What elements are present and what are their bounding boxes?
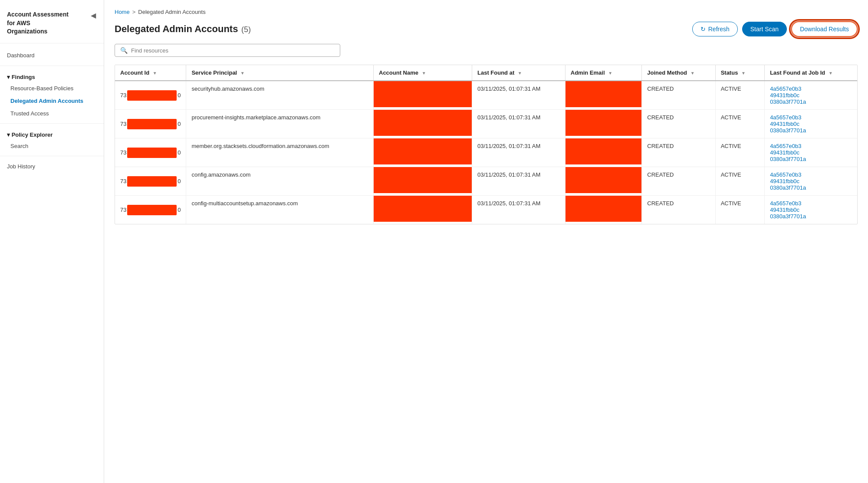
table-row: 73 0 member.org.stacksets.cloudformation… <box>115 138 857 167</box>
col-header-last-found-at[interactable]: Last Found at ▼ <box>472 65 566 81</box>
sort-icon-service-principal: ▼ <box>240 71 245 76</box>
col-header-status[interactable]: Status ▼ <box>715 65 765 81</box>
admin-email-redacted <box>566 81 642 107</box>
cell-job-id: 4a5657e0b349431fbb0c0380a3f7701a <box>765 196 857 224</box>
main-content: Home > Delegated Admin Accounts Delegate… <box>104 0 868 483</box>
admin-email-redacted <box>566 110 642 136</box>
page-title-area: Delegated Admin Accounts (5) <box>115 23 251 35</box>
account-id-prefix: 73 <box>120 149 126 156</box>
col-header-service-principal[interactable]: Service Principal ▼ <box>186 65 374 81</box>
sort-icon-status: ▼ <box>741 71 746 76</box>
search-bar: 🔍 <box>115 44 340 57</box>
job-id-link[interactable]: 4a5657e0b349431fbb0c0380a3f7701a <box>770 200 806 220</box>
cell-service-principal: procurement-insights.marketplace.amazona… <box>186 110 374 138</box>
cell-account-id: 73 0 <box>115 110 186 138</box>
col-header-account-id[interactable]: Account Id ▼ <box>115 65 186 81</box>
breadcrumb-home-link[interactable]: Home <box>115 9 130 15</box>
account-id-redacted <box>127 90 177 101</box>
job-id-link[interactable]: 4a5657e0b349431fbb0c0380a3f7701a <box>770 171 806 191</box>
job-id-link[interactable]: 4a5657e0b349431fbb0c0380a3f7701a <box>770 114 806 134</box>
cell-admin-email <box>565 110 642 138</box>
search-bar-wrapper: 🔍 <box>115 44 858 57</box>
sidebar-item-search[interactable]: Search <box>0 140 104 152</box>
sort-icon-job-id: ▼ <box>829 71 833 76</box>
job-id-link[interactable]: 4a5657e0b349431fbb0c0380a3f7701a <box>770 143 806 162</box>
cell-joined-method: CREATED <box>642 110 715 138</box>
account-id-suffix: 0 <box>178 92 181 99</box>
download-results-button[interactable]: Download Results <box>791 21 858 37</box>
cell-account-id: 73 0 <box>115 81 186 110</box>
account-id-prefix: 73 <box>120 178 126 184</box>
col-label-job-id: Last Found at Job Id <box>770 69 825 76</box>
table-row: 73 0 procurement-insights.marketplace.am… <box>115 110 857 138</box>
sort-icon-admin-email: ▼ <box>608 71 612 76</box>
cell-admin-email <box>565 138 642 167</box>
account-name-redacted <box>374 110 472 136</box>
breadcrumb-separator: > <box>132 9 136 15</box>
cell-last-found-at: 03/11/2025, 01:07:31 AM <box>472 110 566 138</box>
account-name-redacted <box>374 81 472 107</box>
start-scan-button[interactable]: Start Scan <box>742 22 787 36</box>
sidebar-item-dashboard[interactable]: Dashboard <box>0 49 104 62</box>
sort-icon-account-name: ▼ <box>422 71 426 76</box>
sidebar-collapse-button[interactable]: ◀ <box>90 10 97 20</box>
sidebar-item-job-history[interactable]: Job History <box>0 160 104 173</box>
cell-joined-method: CREATED <box>642 81 715 110</box>
cell-last-found-at: 03/11/2025, 01:07:31 AM <box>472 138 566 167</box>
col-label-account-name: Account Name <box>379 69 418 76</box>
cell-account-id: 73 0 <box>115 167 186 196</box>
sidebar-section-policy-explorer[interactable]: ▾ Policy Explorer <box>0 127 104 140</box>
col-header-joined-method[interactable]: Joined Method ▼ <box>642 65 715 81</box>
cell-admin-email <box>565 167 642 196</box>
col-header-account-name[interactable]: Account Name ▼ <box>374 65 472 81</box>
refresh-button[interactable]: ↻ Refresh <box>692 22 738 36</box>
cell-account-name <box>374 81 472 110</box>
col-header-job-id[interactable]: Last Found at Job Id ▼ <box>765 65 857 81</box>
page-count: (5) <box>241 25 251 34</box>
account-id-prefix: 73 <box>120 92 126 99</box>
refresh-icon: ↻ <box>700 26 706 33</box>
cell-status: ACTIVE <box>715 138 765 167</box>
account-name-redacted <box>374 138 472 164</box>
cell-last-found-at: 03/11/2025, 01:07:31 AM <box>472 167 566 196</box>
sidebar-item-resource-based-policies[interactable]: Resource-Based Policies <box>0 82 104 95</box>
admin-email-redacted <box>566 167 642 193</box>
cell-admin-email <box>565 81 642 110</box>
search-input[interactable] <box>131 47 335 54</box>
cell-account-id: 73 0 <box>115 196 186 224</box>
cell-account-name <box>374 196 472 224</box>
account-id-redacted <box>127 176 177 187</box>
sidebar-section-findings[interactable]: ▾ Findings <box>0 69 104 82</box>
cell-job-id: 4a5657e0b349431fbb0c0380a3f7701a <box>765 81 857 110</box>
account-id-redacted <box>127 148 177 158</box>
table-body: 73 0 securityhub.amazonaws.com03/11/2025… <box>115 81 857 224</box>
col-header-admin-email[interactable]: Admin Email ▼ <box>565 65 642 81</box>
cell-status: ACTIVE <box>715 167 765 196</box>
sort-icon-joined-method: ▼ <box>690 71 695 76</box>
col-label-joined-method: Joined Method <box>647 69 687 76</box>
job-id-link[interactable]: 4a5657e0b349431fbb0c0380a3f7701a <box>770 85 806 105</box>
sidebar-item-delegated-admin-accounts[interactable]: Delegated Admin Accounts <box>0 95 104 107</box>
admin-email-redacted <box>566 138 642 164</box>
account-id-redacted <box>127 119 177 129</box>
table-row: 73 0 config.amazonaws.com03/11/2025, 01:… <box>115 167 857 196</box>
account-id-suffix: 0 <box>178 207 181 213</box>
account-id-redacted <box>127 205 177 215</box>
search-icon: 🔍 <box>120 47 128 54</box>
table-row: 73 0 config-multiaccountsetup.amazonaws.… <box>115 196 857 224</box>
sidebar-item-trusted-access[interactable]: Trusted Access <box>0 107 104 120</box>
header-actions: ↻ Refresh Start Scan Download Results <box>692 21 858 37</box>
cell-last-found-at: 03/11/2025, 01:07:31 AM <box>472 196 566 224</box>
results-table-wrapper: Account Id ▼ Service Principal ▼ Account… <box>115 65 858 224</box>
start-scan-label: Start Scan <box>750 26 779 33</box>
cell-job-id: 4a5657e0b349431fbb0c0380a3f7701a <box>765 167 857 196</box>
cell-account-name <box>374 138 472 167</box>
sidebar: Account Assessment for AWS Organizations… <box>0 0 104 483</box>
breadcrumb-current: Delegated Admin Accounts <box>138 9 205 15</box>
download-results-label: Download Results <box>800 26 849 33</box>
cell-status: ACTIVE <box>715 110 765 138</box>
cell-admin-email <box>565 196 642 224</box>
breadcrumb: Home > Delegated Admin Accounts <box>115 9 858 15</box>
account-id-suffix: 0 <box>178 178 181 184</box>
cell-service-principal: config-multiaccountsetup.amazonaws.com <box>186 196 374 224</box>
